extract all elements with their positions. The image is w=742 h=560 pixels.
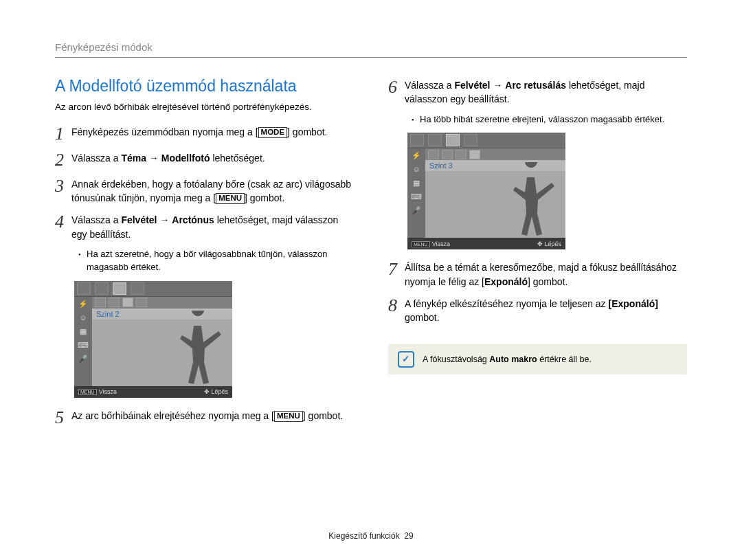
info-note: ✓ A fókusztávolság Auto makro értékre ál… [388,344,687,374]
lcd-option [428,150,439,159]
note-text-part: értékre áll be. [537,355,592,364]
lcd-step-label: Lépés [544,240,561,247]
lcd-tab [131,282,144,295]
arrow: → [491,80,506,91]
step-8: 8 A fénykép elkészítéséhez nyomja le tel… [388,295,687,325]
lcd-option-strip [425,148,565,160]
step-text: Fényképezés üzemmódban nyomja meg a [71,126,256,137]
footer-section: Kiegészítő funkciók [328,531,399,541]
step-number: 7 [388,259,405,278]
step-text: gombot. [290,126,327,137]
lcd-bottom-bar: MENUVissza ✥ Lépés [74,386,232,398]
note-bold: Auto makro [489,355,537,364]
lcd-bottom-bar: MENUVissza ✥ Lépés [407,238,565,249]
menu-path: Felvétel [121,214,157,225]
step-number: 3 [55,176,71,195]
lcd-option-strip [92,297,232,309]
page-footer: Kiegészítő funkciók 29 [0,531,742,541]
left-column: A Modellfotó üzemmód használata Az arcon… [55,77,354,434]
menu-button-label: MENU [216,193,245,204]
lcd-preview-right: ⚡ ☺ ▦ ⌨ 🎤 Szint 3 [407,133,565,249]
step-text: ] gombot. [528,276,567,287]
step-text: Az arc bőrhibáinak elrejtéséhez nyomja m… [71,410,271,421]
note-text-part: A fókusztávolság [423,355,489,364]
face-icon: ☺ [411,165,422,175]
step-3: 3 Annak érdekében, hogy a fotóalany bőre… [55,176,354,205]
step-number: 6 [388,77,405,96]
lcd-option [456,150,466,159]
lcd-sidebar: ⚡ ☺ ▦ ⌨ 🎤 [74,297,92,386]
step-number: 5 [55,407,71,427]
person-silhouette-icon [170,311,225,386]
step-2: 2 Válassza a Téma → Modellfotó lehetőség… [55,150,354,169]
lcd-option [136,298,147,307]
lcd-tabs [407,133,565,148]
menu-badge: MENU [78,389,97,395]
mic-icon: 🎤 [78,355,89,364]
lcd-tab [410,134,424,146]
note-text: A fókusztávolság Auto makro értékre áll … [423,355,592,364]
menu-path: Téma [121,153,146,164]
arrow: → [157,214,172,225]
intro-text: Az arcon lévő bőrhibák elrejtésével tört… [55,101,354,114]
menu-path: Arc retusálás [505,80,566,91]
menu-path: Modellfotó [161,153,210,164]
info-icon: ✓ [398,351,414,368]
lcd-tab-active [446,134,460,146]
lcd-tab [464,134,477,146]
keyboard-icon: ⌨ [78,341,89,350]
flash-icon: ⚡ [78,300,89,309]
lcd-tab [95,282,109,295]
sub-text: Ha több hibát szeretne elrejteni, válass… [412,113,687,126]
lcd-option [95,298,106,307]
step-text: A fénykép elkészítéséhez nyomja le telje… [405,298,609,309]
footer-page-number: 29 [404,531,413,541]
step-text: lehetőséget. [210,153,265,164]
shutter-label: Exponáló [484,276,528,287]
lcd-option [442,150,453,159]
step-text: Válassza a [405,80,454,91]
step-number: 2 [55,150,71,169]
breadcrumb: Fényképezési módok [55,41,687,58]
sub-text: Ha azt szeretné, hogy a bőr világosabbna… [78,248,354,274]
lcd-tab [428,134,442,146]
step-number: 1 [55,124,71,143]
step-number: 4 [55,212,71,231]
step-text: Válassza a [71,153,121,164]
person-silhouette-icon [504,162,559,238]
lcd-preview-left: ⚡ ☺ ▦ ⌨ 🎤 Szint 2 [74,281,232,398]
arrow: → [146,153,161,164]
step-5: 5 Az arc bőrhibáinak elrejtéséhez nyomja… [55,407,354,427]
menu-path: Arctónus [172,214,214,225]
grid-icon: ▦ [78,327,89,337]
lcd-sidebar: ⚡ ☺ ▦ ⌨ 🎤 [407,148,425,238]
lcd-tab [77,282,91,295]
step-6-sublist: Ha több hibát szeretne elrejteni, válass… [412,113,687,126]
step-4: 4 Válassza a Felvétel → Arctónus lehetős… [55,212,354,241]
mic-icon: 🎤 [411,206,422,216]
face-icon: ☺ [78,313,89,323]
grid-icon: ▦ [411,179,422,188]
step-text: gombot. [247,192,284,203]
step-number: 8 [388,295,405,315]
lcd-tabs [74,281,232,297]
lcd-back-label: Vissza [432,240,450,247]
page-title: A Modellfotó üzemmód használata [55,77,354,96]
lcd-tab-active [113,282,126,295]
keyboard-icon: ⌨ [411,192,422,202]
lcd-option-selected [469,150,480,159]
lcd-option-selected [122,298,133,307]
step-text: Annak érdekében, hogy a fotóalany bőre (… [71,179,351,203]
step-7: 7 Állítsa be a témát a keresőmezőbe, maj… [388,259,687,289]
step-text: gombot. [405,312,440,323]
shutter-label: [Exponáló] [609,298,658,309]
lcd-option [109,298,120,307]
menu-badge: MENU [412,241,430,247]
lcd-step-label: Lépés [211,388,228,395]
step-text: gombot. [306,410,343,421]
mode-button-label: MODE [258,127,288,138]
step-4-sublist: Ha azt szeretné, hogy a bőr világosabbna… [78,248,354,274]
step-text: Válassza a [71,214,121,225]
menu-button-label: MENU [274,411,303,422]
step-6: 6 Válassza a Felvétel → Arc retusálás le… [388,77,687,107]
